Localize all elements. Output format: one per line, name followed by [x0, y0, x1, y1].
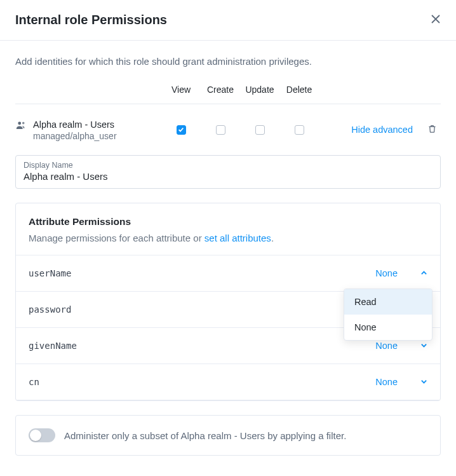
- column-update: Update: [240, 85, 279, 95]
- column-view: View: [161, 85, 201, 95]
- identity-row: Alpha realm - Users managed/alpha_user H…: [15, 118, 441, 141]
- attribute-panel-header: Attribute Permissions Manage permissions…: [16, 203, 440, 255]
- attribute-name: cn: [29, 377, 39, 387]
- set-all-attributes-link[interactable]: set all attributes: [205, 233, 271, 243]
- identity-section: Alpha realm - Users managed/alpha_user H…: [15, 104, 441, 456]
- permissions-dialog: Internal role Permissions Add identities…: [0, 0, 456, 456]
- attribute-permission-value: None: [375, 268, 398, 278]
- attribute-name: givenName: [29, 341, 77, 351]
- attribute-name: userName: [29, 268, 71, 278]
- filter-toggle[interactable]: [29, 428, 55, 442]
- close-icon[interactable]: [431, 14, 441, 26]
- dropdown-option-read[interactable]: Read: [344, 289, 432, 315]
- attribute-permission-select[interactable]: None: [375, 341, 427, 351]
- svg-point-1: [22, 122, 25, 125]
- filter-panel: Administer only a subset of Alpha realm …: [15, 415, 441, 456]
- dialog-title: Internal role Permissions: [15, 13, 167, 27]
- checkbox-view[interactable]: [177, 125, 186, 135]
- identity-path: managed/alpha_user: [33, 131, 117, 141]
- filter-description: Administer only a subset of Alpha realm …: [64, 430, 346, 441]
- attribute-permission-value: None: [375, 377, 398, 387]
- chevron-down-icon: [420, 341, 427, 351]
- chevron-down-icon: [420, 377, 427, 387]
- identity-label: Alpha realm - Users: [33, 118, 117, 131]
- attr-desc-prefix: Manage permissions for each attribute or: [29, 233, 205, 243]
- attribute-row-cn: cn None: [16, 364, 440, 400]
- display-name-field[interactable]: Display Name: [15, 155, 441, 189]
- column-delete: Delete: [279, 85, 319, 95]
- display-name-input[interactable]: [23, 171, 433, 182]
- permission-dropdown[interactable]: Read None: [344, 289, 433, 341]
- intro-text: Add identities for which this role shoul…: [15, 56, 441, 67]
- attribute-row-username: userName None: [16, 255, 440, 292]
- dialog-body: Add identities for which this role shoul…: [0, 41, 456, 456]
- attribute-permissions-panel: Attribute Permissions Manage permissions…: [15, 203, 441, 401]
- hide-advanced-link[interactable]: Hide advanced: [319, 125, 423, 135]
- attribute-permission-value: None: [375, 341, 398, 351]
- attribute-panel-description: Manage permissions for each attribute or…: [29, 233, 427, 243]
- column-create: Create: [201, 85, 240, 95]
- people-icon: [15, 119, 27, 133]
- delete-identity-button[interactable]: [423, 124, 441, 135]
- display-name-label: Display Name: [23, 161, 433, 170]
- attribute-name: password: [29, 304, 71, 315]
- permissions-header-row: View Create Update Delete: [15, 85, 441, 104]
- attribute-permission-select[interactable]: None: [375, 268, 427, 278]
- dropdown-option-none[interactable]: None: [344, 315, 432, 340]
- dialog-header: Internal role Permissions: [0, 0, 456, 41]
- checkbox-update[interactable]: [255, 125, 265, 135]
- checkbox-create[interactable]: [216, 125, 225, 135]
- attribute-panel-title: Attribute Permissions: [29, 216, 427, 228]
- attr-desc-suffix: .: [271, 233, 274, 243]
- checkbox-delete[interactable]: [295, 125, 304, 135]
- chevron-up-icon: [420, 268, 427, 278]
- attribute-permission-select[interactable]: None: [375, 377, 427, 387]
- identity-name: Alpha realm - Users managed/alpha_user: [15, 118, 161, 141]
- svg-point-0: [18, 122, 21, 125]
